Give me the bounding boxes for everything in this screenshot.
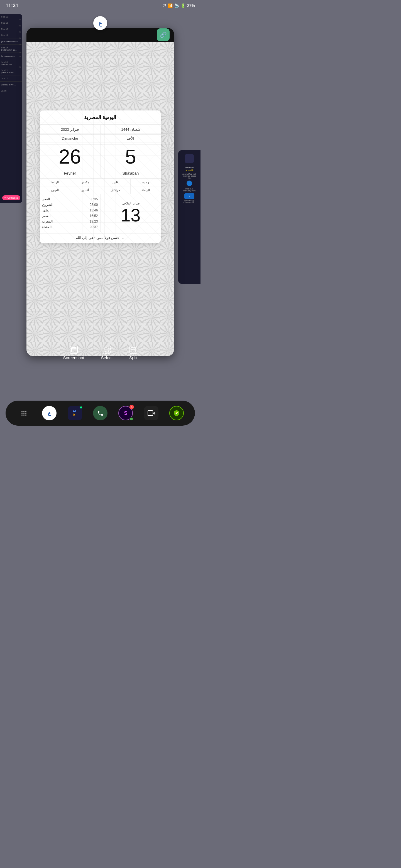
app-text: guayadApp webhromium based7a	[182, 173, 197, 180]
bottom-app-text: guayadApphromium ba...	[182, 199, 197, 204]
sidebar-item: Jan 12	[0, 75, 22, 82]
select-icon	[103, 346, 111, 353]
wifi-icon: 📶	[168, 3, 173, 8]
sidebar-item: Jan 30 note site rela... ☆	[0, 59, 22, 67]
svg-point-12	[25, 414, 26, 416]
split-label: Split	[129, 355, 137, 360]
select-label: Select	[101, 355, 113, 360]
cities-row-2: البيضاء مراكش أغادير العيون	[40, 186, 161, 194]
dock-app-arabic[interactable]: ع	[42, 406, 57, 421]
sidebar-item: Je vous remer... ☆	[0, 53, 22, 59]
dock-grid-button[interactable]	[17, 406, 31, 421]
sidebar-item: Feb 18 ☆	[0, 26, 22, 32]
gregorian-day-number: 26	[40, 143, 101, 170]
select-button[interactable]: Select	[101, 346, 113, 360]
prayer-fajr: 06:35 الفجر	[42, 196, 98, 202]
february-number: 13	[121, 207, 140, 224]
dock-phone[interactable]	[93, 406, 108, 421]
svg-point-11	[23, 414, 25, 416]
arabic-day: الأحد	[101, 135, 161, 142]
dock-video[interactable]	[144, 406, 159, 421]
svg-point-9	[25, 412, 26, 414]
dock-s-green-badge	[130, 417, 134, 421]
card-title: اليومية المصرية	[40, 111, 161, 125]
mentions-label: Mentions	[185, 166, 194, 169]
svg-rect-1	[105, 348, 109, 352]
main-app-container: 🔗 اليومية المصرية فبراير 2023 شعبان 1444…	[26, 28, 174, 356]
right-sidebar-icon	[185, 154, 194, 163]
sidebar-item: your Discord acc... ☆	[0, 38, 22, 45]
link-button[interactable]: 🔗	[157, 28, 170, 41]
bottom-toolbar: Screenshot Select Split	[0, 341, 200, 365]
city-5: البيضاء	[130, 186, 161, 194]
day-row: Dimanche الأحد	[40, 135, 161, 143]
prayer-section: 06:35 الفجر 08:00 الشروق 13:46 الظهر 16:…	[40, 194, 161, 232]
prayer-times: 06:35 الفجر 08:00 الشروق 13:46 الظهر 16:…	[40, 194, 101, 232]
status-time: 11:31	[6, 3, 18, 9]
svg-point-4	[22, 411, 23, 412]
gregorian-date: فبراير 2023	[40, 125, 101, 134]
prayer-isha: 20:37 العشاء	[42, 224, 98, 230]
calendar-card: اليومية المصرية فبراير 2023 شعبان 1444 D…	[40, 111, 161, 243]
hijri-date: شعبان 1444	[101, 125, 161, 134]
quote: ما أحسن قولا ممن دعى إلى الله	[40, 232, 161, 243]
pattern-background: اليومية المصرية فبراير 2023 شعبان 1444 D…	[26, 42, 174, 356]
sidebar-item: Jan 21 juane53 is live!...	[0, 67, 22, 75]
svg-point-5	[23, 411, 25, 412]
blue-dot	[187, 181, 192, 186]
sidebar-item: Feb 14 Système AIX co... ☆	[0, 45, 22, 53]
screenshot-button[interactable]: Screenshot	[63, 346, 84, 360]
clock-icon: ⏱	[162, 3, 166, 8]
svg-rect-14	[148, 411, 153, 416]
sidebar-item: Feb 17 ☆	[0, 32, 22, 38]
svg-marker-13	[80, 406, 82, 408]
date-row: فبراير 2023 شعبان 1444	[40, 125, 161, 135]
cities-row-1: وجدة فاس مكناس الرباط	[40, 179, 161, 186]
screenshot-label: Screenshot	[63, 355, 84, 360]
dock-app-s[interactable]: S 5	[118, 406, 133, 421]
svg-point-8	[23, 412, 25, 414]
mentions-badge: ★ and 2	[185, 169, 193, 172]
dock-app-al[interactable]: AL立	[68, 406, 82, 421]
status-bar: 11:31 ⏱ 📶 📡 🔋 37%	[0, 0, 200, 11]
svg-rect-3	[131, 350, 136, 352]
dock-shield[interactable]	[169, 406, 184, 421]
compose-button[interactable]: ✏ Compose	[2, 195, 20, 200]
city-3: مكناس	[70, 179, 100, 186]
svg-point-16	[176, 412, 177, 413]
signal-icon: 📡	[174, 3, 179, 8]
screenshot-icon	[70, 346, 78, 353]
sidebar-item: juane53 is live!...	[0, 82, 22, 88]
february-label: فبراير الفلاحي	[122, 202, 140, 205]
sidebar-item: Feb 18 ☆	[0, 20, 22, 26]
sidebar-item: Jan 5	[0, 88, 22, 94]
prayer-dhuhr: 13:46 الظهر	[42, 208, 98, 213]
month-row: Février Sha'aban	[40, 170, 161, 179]
city-2: فاس	[100, 179, 130, 186]
city-8: العيون	[40, 186, 70, 194]
battery-icon: 🔋	[181, 3, 185, 8]
battery-level: 37%	[187, 3, 195, 8]
app-icon-top: ع	[93, 16, 107, 30]
app-mini-badge: +	[184, 193, 194, 199]
prayer-asr: 16:52 العصر	[42, 213, 98, 219]
french-day: Dimanche	[40, 135, 101, 142]
split-button[interactable]: Split	[129, 346, 137, 360]
french-month: Février	[40, 170, 101, 178]
sidebar-item: Feb 19 ☆	[0, 14, 22, 20]
prayer-maghrib: 19:23 المغرب	[42, 219, 98, 224]
february-column: فبراير الفلاحي 13	[101, 194, 161, 232]
prayer-shourouk: 08:00 الشروق	[42, 202, 98, 208]
city-7: أغادير	[70, 186, 100, 194]
right-sidebar-app: Mentions ★ and 2 guayadApp webhromium ba…	[178, 150, 200, 284]
dock-s-badge: 5	[130, 405, 134, 409]
dock-al-label: AL立	[73, 409, 77, 417]
svg-point-10	[22, 414, 23, 416]
city-6: مراكش	[100, 186, 130, 194]
status-icons: ⏱ 📶 📡 🔋 37%	[162, 3, 195, 8]
left-sidebar-app: Feb 19 ☆ Feb 18 ☆ Feb 18 ☆ Feb 17 ☆ your…	[0, 14, 22, 203]
svg-point-7	[22, 412, 23, 414]
svg-rect-0	[71, 347, 76, 352]
mozilla-text: Mozilla &manually from	[182, 187, 197, 192]
dock-s-label: S	[124, 410, 127, 416]
